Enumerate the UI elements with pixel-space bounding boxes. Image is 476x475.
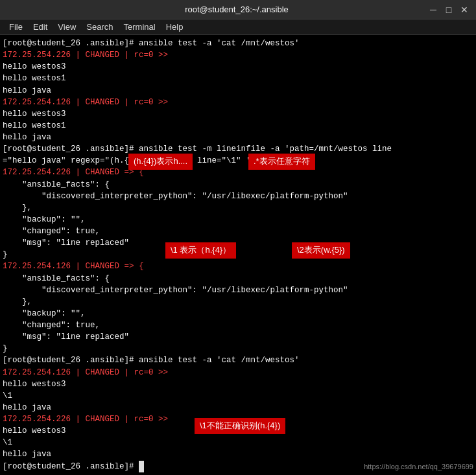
terminal-line: "ansible_facts": { bbox=[3, 273, 473, 284]
terminal-line: hello westos3 bbox=[3, 108, 473, 120]
terminal-line: 172.25.254.226 | CHANGED => { bbox=[3, 167, 473, 178]
terminal-line: [root@student_26 .ansible]# ansible test… bbox=[3, 38, 473, 49]
terminal-line: hello java bbox=[3, 85, 473, 97]
terminal-line: "discovered_interpreter_python": "/usr/l… bbox=[3, 284, 473, 296]
terminal-line: [root@student_26 .ansible]# ansible test… bbox=[3, 354, 473, 366]
terminal-line: hello java bbox=[3, 448, 473, 460]
terminal-line: "ansible_facts": { bbox=[3, 179, 473, 191]
window-title: root@student_26:~/.ansible bbox=[45, 5, 428, 14]
menu-help[interactable]: Help bbox=[161, 21, 189, 33]
minimize-button[interactable]: ─ bbox=[428, 5, 438, 15]
menu-edit[interactable]: Edit bbox=[28, 21, 53, 33]
terminal-line: hello westos3 bbox=[3, 61, 473, 73]
menubar: File Edit View Search Terminal Help bbox=[0, 19, 476, 35]
terminal-line: \1 bbox=[3, 390, 473, 402]
menu-view[interactable]: View bbox=[53, 21, 81, 33]
menu-file[interactable]: File bbox=[4, 21, 28, 33]
terminal-line: 172.25.254.126 | CHANGED | rc=0 >> bbox=[3, 367, 473, 378]
terminal-line: }, bbox=[3, 202, 473, 214]
terminal-line: }, bbox=[3, 296, 473, 308]
terminal-line: \1 bbox=[3, 437, 473, 448]
terminal-line: [root@student_26 .ansible]# ansible test… bbox=[3, 143, 473, 155]
close-button[interactable]: ✕ bbox=[459, 5, 470, 15]
terminal-line: } bbox=[3, 249, 473, 261]
terminal-line: "backup": "", bbox=[3, 214, 473, 226]
watermark: https://blog.csdn.net/qq_39679699 bbox=[364, 462, 473, 472]
terminal-line: } bbox=[3, 343, 473, 354]
terminal-line: hello westos1 bbox=[3, 73, 473, 84]
terminal-line: 172.25.254.126 | CHANGED => { bbox=[3, 261, 473, 272]
terminal-line: 172.25.254.126 | CHANGED | rc=0 >> bbox=[3, 97, 473, 108]
terminal-line: 172.25.254.226 | CHANGED | rc=0 >> bbox=[3, 413, 473, 425]
terminal[interactable]: [root@student_26 .ansible]# ansible test… bbox=[0, 35, 476, 475]
titlebar: root@student_26:~/.ansible ─ □ ✕ bbox=[0, 0, 476, 19]
terminal-line: hello java bbox=[3, 402, 473, 413]
terminal-line: "discovered_interpreter_python": "/usr/l… bbox=[3, 191, 473, 202]
terminal-line: "changed": true, bbox=[3, 226, 473, 237]
terminal-line: ="hello java" regexp="(h.{4}).*(w.{5})" … bbox=[3, 155, 473, 167]
terminal-line: "msg": "line replaced" bbox=[3, 331, 473, 343]
terminal-line: "backup": "", bbox=[3, 308, 473, 319]
terminal-line: hello westos3 bbox=[3, 378, 473, 390]
terminal-line: hello westos1 bbox=[3, 120, 473, 132]
menu-terminal[interactable]: Terminal bbox=[119, 21, 161, 33]
menu-search[interactable]: Search bbox=[81, 21, 118, 33]
terminal-line: "msg": "line replaced" bbox=[3, 237, 473, 249]
maximize-button[interactable]: □ bbox=[444, 5, 454, 15]
terminal-line: 172.25.254.226 | CHANGED | rc=0 >> bbox=[3, 49, 473, 61]
terminal-line: hello java bbox=[3, 132, 473, 143]
terminal-line: "changed": true, bbox=[3, 319, 473, 331]
terminal-line: hello westos3 bbox=[3, 425, 473, 437]
